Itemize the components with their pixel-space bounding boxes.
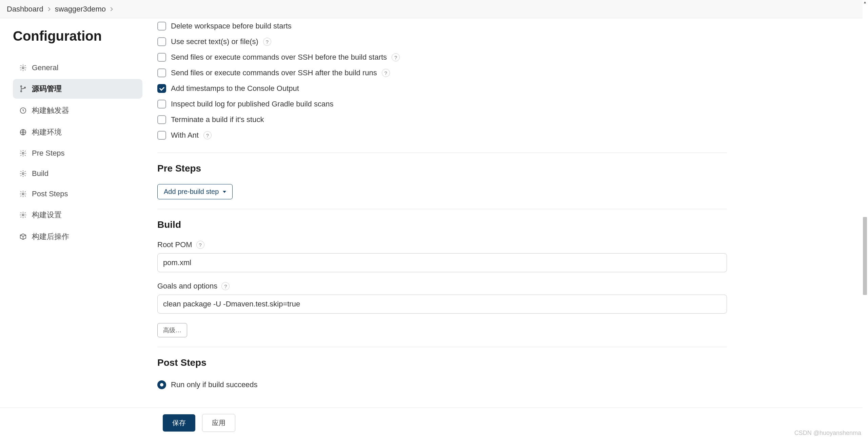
env-option-row: Send files or execute commands over SSH … bbox=[157, 65, 727, 81]
gear-icon bbox=[19, 211, 27, 219]
caret-down-icon bbox=[223, 191, 226, 193]
gear-icon bbox=[19, 190, 27, 198]
svg-point-8 bbox=[22, 193, 24, 195]
sidebar-item-label: 源码管理 bbox=[32, 84, 62, 94]
help-icon[interactable]: ? bbox=[221, 282, 230, 290]
svg-point-0 bbox=[22, 67, 24, 69]
help-icon[interactable]: ? bbox=[382, 69, 390, 77]
env-option-checkbox-5[interactable] bbox=[157, 100, 166, 108]
goals-input[interactable] bbox=[157, 295, 727, 314]
env-option-label: Inspect build log for published Gradle b… bbox=[171, 100, 333, 108]
scrollbar[interactable]: ▲ bbox=[863, 0, 867, 438]
svg-point-6 bbox=[22, 152, 24, 154]
sidebar-item-label: Post Steps bbox=[32, 190, 68, 198]
sidebar: Configuration General源码管理构建触发器构建环境Pre St… bbox=[0, 18, 149, 248]
chevron-right-icon bbox=[109, 7, 114, 12]
root-pom-input[interactable] bbox=[157, 253, 727, 272]
divider bbox=[157, 209, 727, 209]
save-button[interactable]: 保存 bbox=[163, 414, 195, 432]
env-option-checkbox-3[interactable] bbox=[157, 68, 166, 77]
sidebar-item-1[interactable]: 源码管理 bbox=[13, 79, 142, 99]
breadcrumb-dashboard[interactable]: Dashboard bbox=[7, 5, 43, 14]
sidebar-item-8[interactable]: 构建后操作 bbox=[13, 227, 142, 246]
sidebar-item-3[interactable]: 构建环境 bbox=[13, 122, 142, 142]
env-option-row: Delete workspace before build starts bbox=[157, 18, 727, 34]
sidebar-item-6[interactable]: Post Steps bbox=[13, 185, 142, 203]
env-option-checkbox-0[interactable] bbox=[157, 22, 166, 31]
sidebar-item-4[interactable]: Pre Steps bbox=[13, 144, 142, 162]
radio-run-only-if-build-succeeds[interactable] bbox=[157, 380, 166, 389]
sidebar-item-label: Pre Steps bbox=[32, 149, 65, 158]
sidebar-item-label: General bbox=[32, 63, 58, 72]
env-option-label: Terminate a build if it's stuck bbox=[171, 115, 264, 124]
env-option-label: With Ant bbox=[171, 131, 199, 140]
add-pre-build-step-label: Add pre-build step bbox=[164, 188, 219, 196]
sidebar-item-5[interactable]: Build bbox=[13, 164, 142, 183]
env-option-checkbox-6[interactable] bbox=[157, 115, 166, 124]
env-option-label: Send files or execute commands over SSH … bbox=[171, 53, 387, 62]
clock-icon bbox=[19, 106, 27, 115]
env-option-row: Add timestamps to the Console Output bbox=[157, 81, 727, 96]
section-title-pre-steps: Pre Steps bbox=[157, 163, 727, 174]
apply-button[interactable]: 应用 bbox=[202, 414, 235, 432]
sidebar-item-2[interactable]: 构建触发器 bbox=[13, 101, 142, 120]
watermark: CSDN @huoyanshenma bbox=[794, 430, 861, 437]
breadcrumb-bar: Dashboard swagger3demo bbox=[0, 0, 863, 18]
help-icon[interactable]: ? bbox=[392, 53, 400, 61]
sidebar-item-0[interactable]: General bbox=[13, 59, 142, 77]
sidebar-item-label: 构建触发器 bbox=[32, 105, 69, 116]
sidebar-item-label: 构建环境 bbox=[32, 127, 62, 137]
env-option-checkbox-1[interactable] bbox=[157, 37, 166, 46]
page-title: Configuration bbox=[13, 28, 142, 44]
svg-point-7 bbox=[22, 173, 24, 175]
help-icon[interactable]: ? bbox=[203, 131, 212, 139]
gear-icon bbox=[19, 149, 27, 157]
root-pom-label: Root POM ? bbox=[157, 240, 727, 249]
svg-point-9 bbox=[22, 214, 24, 216]
env-option-row: Use secret text(s) or file(s)? bbox=[157, 34, 727, 49]
goals-label: Goals and options ? bbox=[157, 282, 727, 291]
section-title-build: Build bbox=[157, 219, 727, 230]
sidebar-item-label: 构建后操作 bbox=[32, 232, 69, 242]
svg-point-2 bbox=[21, 91, 22, 92]
scroll-up-icon[interactable]: ▲ bbox=[863, 1, 867, 4]
divider bbox=[157, 347, 727, 347]
advanced-button[interactable]: 高级… bbox=[157, 323, 187, 337]
sidebar-item-label: Build bbox=[32, 169, 48, 178]
divider bbox=[157, 153, 727, 153]
gear-icon bbox=[19, 170, 27, 178]
section-title-post-steps: Post Steps bbox=[157, 357, 727, 368]
box-icon bbox=[19, 233, 27, 241]
svg-point-1 bbox=[21, 86, 22, 87]
sidebar-item-label: 构建设置 bbox=[32, 210, 62, 220]
env-option-row: With Ant? bbox=[157, 127, 727, 143]
scroll-thumb[interactable] bbox=[863, 217, 867, 295]
env-option-row: Terminate a build if it's stuck bbox=[157, 112, 727, 127]
env-option-checkbox-4[interactable] bbox=[157, 84, 166, 93]
gear-icon bbox=[19, 64, 27, 72]
chevron-right-icon bbox=[47, 7, 52, 12]
env-option-label: Use secret text(s) or file(s) bbox=[171, 37, 258, 46]
help-icon[interactable]: ? bbox=[263, 38, 271, 46]
globe-icon bbox=[19, 128, 27, 136]
post-steps-radio-row: Run only if build succeeds bbox=[157, 378, 727, 389]
env-option-row: Send files or execute commands over SSH … bbox=[157, 49, 727, 65]
breadcrumb-project[interactable]: swagger3demo bbox=[55, 5, 106, 14]
help-icon[interactable]: ? bbox=[196, 241, 204, 249]
sidebar-item-7[interactable]: 构建设置 bbox=[13, 205, 142, 225]
branch-icon bbox=[19, 85, 27, 93]
main-content: Delete workspace before build startsUse … bbox=[157, 18, 863, 407]
add-pre-build-step-button[interactable]: Add pre-build step bbox=[157, 184, 233, 199]
env-option-label: Add timestamps to the Console Output bbox=[171, 84, 299, 93]
env-option-label: Send files or execute commands over SSH … bbox=[171, 68, 377, 77]
radio-label: Run only if build succeeds bbox=[171, 380, 258, 389]
env-option-label: Delete workspace before build starts bbox=[171, 22, 292, 31]
action-bar: 保存 应用 bbox=[0, 407, 863, 438]
env-option-checkbox-2[interactable] bbox=[157, 53, 166, 62]
env-option-checkbox-7[interactable] bbox=[157, 131, 166, 140]
env-option-row: Inspect build log for published Gradle b… bbox=[157, 96, 727, 112]
